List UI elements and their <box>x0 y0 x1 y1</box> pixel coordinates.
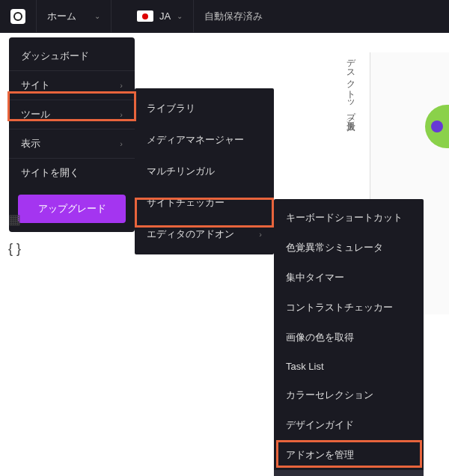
submenu-item-media-manager[interactable]: メディアマネージャー <box>135 124 274 156</box>
chevron-right-icon: › <box>120 81 123 90</box>
addon-item-contrast-checker[interactable]: コントラストチェッカー <box>274 293 424 323</box>
language-dropdown[interactable]: JA ⌄ <box>126 0 194 32</box>
logo-button[interactable] <box>0 0 37 32</box>
viewport-label: デスクトップ（最大） ⧉ <box>344 52 357 132</box>
autosave-status: 自動保存済み <box>194 10 273 23</box>
chevron-right-icon: › <box>120 110 123 119</box>
submenu-item-library[interactable]: ライブラリ <box>135 93 274 124</box>
chevron-right-icon: › <box>120 139 123 148</box>
addon-item-color-selection[interactable]: カラーセレクション <box>274 380 424 410</box>
addon-item-design-guide[interactable]: デザインガイド <box>274 410 424 440</box>
topbar: ホーム ⌄ JA ⌄ 自動保存済み <box>0 0 449 33</box>
chevron-down-icon: ⌄ <box>94 12 100 20</box>
menu-item-tools[interactable]: ツール› <box>9 100 135 129</box>
app-logo-icon <box>10 9 25 24</box>
addon-item-focus-timer[interactable]: 集中タイマー <box>274 263 424 293</box>
home-label: ホーム <box>47 10 76 23</box>
language-label: JA <box>159 10 171 22</box>
badge-dot-icon <box>431 120 443 132</box>
main-menu: ダッシュボード サイト› ツール› 表示› サイトを開く アップグレード <box>9 37 135 232</box>
menu-item-display[interactable]: 表示› <box>9 129 135 159</box>
addons-submenu: キーボードショートカット 色覚異常シミュレータ 集中タイマー コントラストチェッ… <box>274 199 424 476</box>
table-icon[interactable]: ▦ <box>8 211 21 228</box>
addon-item-keyboard-shortcuts[interactable]: キーボードショートカット <box>274 203 424 233</box>
addon-item-get-addons[interactable]: アドオンを入手 <box>274 470 424 476</box>
submenu-item-editor-addons[interactable]: エディタのアドオン› <box>135 219 274 250</box>
addon-item-task-list[interactable]: Task List <box>274 353 424 380</box>
submenu-item-site-checker[interactable]: サイトチェッカー <box>135 187 274 219</box>
home-dropdown[interactable]: ホーム ⌄ <box>37 0 112 32</box>
upgrade-button[interactable]: アップグレード <box>18 195 126 223</box>
braces-icon[interactable]: { } <box>8 241 21 257</box>
japan-flag-icon <box>137 10 153 22</box>
menu-item-site[interactable]: サイト› <box>9 71 135 100</box>
copy-icon[interactable]: ⧉ <box>348 122 355 132</box>
addon-item-color-blind-sim[interactable]: 色覚異常シミュレータ <box>274 233 424 263</box>
submenu-item-multilingual[interactable]: マルチリンガル <box>135 156 274 187</box>
chevron-down-icon: ⌄ <box>177 12 183 20</box>
tools-submenu: ライブラリ メディアマネージャー マルチリンガル サイトチェッカー エディタのア… <box>135 88 274 254</box>
menu-item-open-site[interactable]: サイトを開く <box>9 159 135 187</box>
side-toolbar: ▦ { } <box>8 211 21 257</box>
menu-item-dashboard[interactable]: ダッシュボード <box>9 42 135 71</box>
addon-item-get-image-color[interactable]: 画像の色を取得 <box>274 323 424 353</box>
addon-item-manage-addons[interactable]: アドオンを管理 <box>274 440 424 470</box>
chevron-right-icon: › <box>259 230 262 239</box>
